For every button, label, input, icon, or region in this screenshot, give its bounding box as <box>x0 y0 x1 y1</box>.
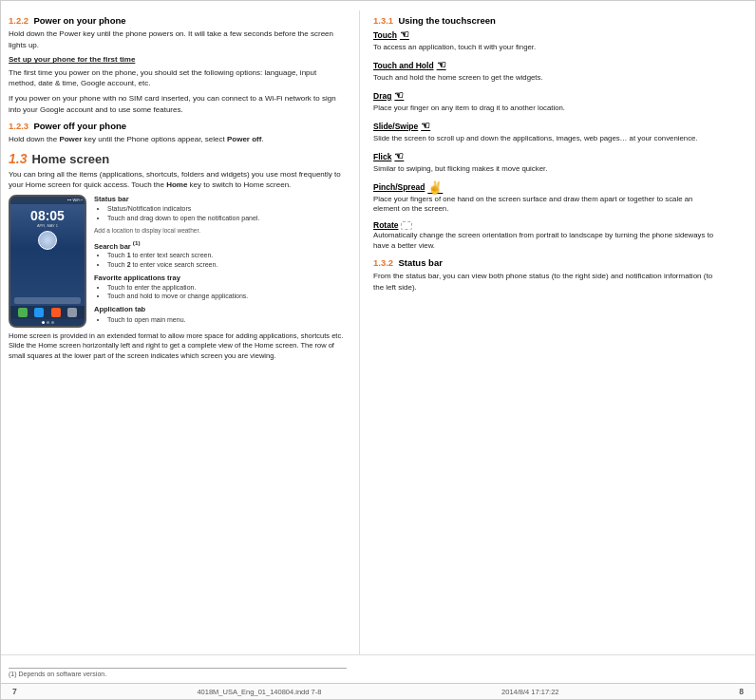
section-122-title: Power on your phone <box>33 15 125 26</box>
touch-text-2: Drag <box>373 91 391 101</box>
footnote: (1) Depends on software version. <box>9 668 347 677</box>
weather-circle <box>38 231 57 250</box>
section-132-heading: 1.3.2 Status bar <box>373 257 721 268</box>
phone-time: 08:05 <box>10 208 85 223</box>
touch-icon-5: ✌ <box>427 180 441 194</box>
callout-weather-text: Add a location to display local weather. <box>94 227 346 235</box>
phone-screen: ▪▪▪ WiFi ▪ 08:05 APR, MAY 1 <box>10 197 85 326</box>
section-131-heading: 1.3.1 Using the touchscreen <box>373 15 721 26</box>
callout-title-2: Search bar (1) <box>94 239 346 252</box>
section-123-heading: 1.2.3 Power off your phone <box>9 121 346 131</box>
touch-text-1: Touch and Hold <box>373 61 434 70</box>
section-13-para1: You can bring all the items (application… <box>9 169 346 191</box>
msg-app-icon <box>34 308 44 317</box>
page-number-left: 7 <box>12 687 17 696</box>
section-13-num: 1.3 <box>9 151 27 166</box>
touch-label-6: Rotate <box>373 220 721 230</box>
touch-desc-3: Slide the screen to scroll up and down t… <box>373 134 721 144</box>
touch-item-3: Slide/Swipe ☜ Slide the screen to scroll… <box>373 120 721 144</box>
touch-text-4: Flick <box>373 152 391 161</box>
phone-weather <box>10 231 85 250</box>
phone-status-bar: ▪▪▪ WiFi ▪ <box>10 197 85 204</box>
touch-icon-0: ☜ <box>400 28 413 42</box>
footer-left: (1) Depends on software version. <box>9 668 360 677</box>
menu-app-icon <box>67 308 77 317</box>
callout-title-3: Favorite applications tray <box>94 274 346 283</box>
section-123-para1: Hold down the Power key until the Phone … <box>9 134 346 145</box>
touch-text-0: Touch <box>373 30 397 40</box>
touch-text-3: Slide/Swipe <box>373 122 418 131</box>
callout-bullet-2-0: Touch 1 to enter text search screen. <box>107 251 346 259</box>
home-screen-area: ▪▪▪ WiFi ▪ 08:05 APR, MAY 1 <box>9 195 346 328</box>
callout-bullets-3: Touch to enter the application. Touch an… <box>94 283 346 301</box>
callout-app-tab: Application tab Touch to open main menu. <box>94 305 346 324</box>
section-123-title: Power off your phone <box>33 121 126 131</box>
touch-label-2: Drag ☜ <box>373 89 721 103</box>
page-number-right: 8 <box>739 687 744 696</box>
page-container: 1.2.2 Power on your phone Hold down the … <box>0 0 756 700</box>
callout-bullets-4: Touch to open main menu. <box>94 315 346 324</box>
callout-bullets-0: Status/Notification indicators Touch and… <box>94 204 346 222</box>
cam-app-icon <box>51 308 61 317</box>
touch-item-6: Rotate Automatically change the screen o… <box>373 220 721 252</box>
section-132-para: From the status bar, you can view both p… <box>373 271 721 293</box>
touch-label-5: Pinch/Spread ✌ <box>373 180 721 194</box>
callout-status-bar: Status bar Status/Notification indicator… <box>94 195 346 222</box>
touch-icon-4: ☜ <box>394 150 407 163</box>
touch-item-2: Drag ☜ Place your finger on any item to … <box>373 89 721 114</box>
touch-desc-4: Similar to swiping, but flicking makes i… <box>373 164 721 175</box>
phone-mockup: ▪▪▪ WiFi ▪ 08:05 APR, MAY 1 <box>9 195 86 328</box>
section-122-para1: Hold down the Power key until the phone … <box>9 28 346 50</box>
section-13: 1.3 Home screen You can bring all the it… <box>9 151 346 191</box>
touch-item-0: Touch ☜ To access an application, touch … <box>373 28 721 53</box>
callout-fav-tray: Favorite applications tray Touch to ente… <box>94 274 346 301</box>
callout-bullet-4-0: Touch to open main menu. <box>107 315 346 324</box>
touch-desc-5: Place your fingers of one hand on the sc… <box>373 195 721 216</box>
touch-label-0: Touch ☜ <box>373 28 721 42</box>
touch-label-3: Slide/Swipe ☜ <box>373 120 721 133</box>
touch-icon-2: ☜ <box>394 89 407 103</box>
touch-desc-0: To access an application, touch it with … <box>373 43 721 53</box>
callout-bullet-2-1: Touch 2 to enter voice search screen. <box>107 260 346 269</box>
phone-app-tray <box>10 306 85 319</box>
section-131-num: 1.3.1 <box>373 15 393 26</box>
section-132-title: Status bar <box>398 257 442 268</box>
right-column: 1.3.1 Using the touchscreen Touch ☜ To a… <box>360 10 721 654</box>
main-content: 1.2.2 Power on your phone Hold down the … <box>1 1 755 654</box>
bottom-bar: 7 4018M_USA_Eng_01_140804.indd 7-8 2014/… <box>1 683 755 699</box>
section-13-title-row: 1.3 Home screen <box>9 151 346 166</box>
section-122-para2: The first time you power on the phone, y… <box>9 67 346 89</box>
section-13-label: Home screen <box>31 152 109 166</box>
touch-icon-3: ☜ <box>421 120 434 133</box>
file-info: 4018M_USA_Eng_01_140804.indd 7-8 <box>197 688 321 696</box>
section-123-num: 1.2.3 <box>9 121 28 131</box>
section-132-num: 1.3.2 <box>373 257 393 268</box>
callout-lines: Status bar Status/Notification indicator… <box>94 195 346 328</box>
touch-text-5: Pinch/Spread <box>373 182 425 192</box>
callout-title-0: Status bar <box>94 195 346 204</box>
date-info: 2014/8/4 17:17:22 <box>501 688 558 696</box>
rotate-icon <box>401 221 412 230</box>
callout-bullet-0-0: Status/Notification indicators <box>107 204 346 213</box>
touch-label-1: Touch and Hold ☜ <box>373 59 721 72</box>
phone-dots-row <box>10 319 85 326</box>
touch-item-4: Flick ☜ Similar to swiping, but flicking… <box>373 150 721 175</box>
callout-bullet-0-1: Touch and drag down to open the notifica… <box>107 214 346 222</box>
callout-weather: Add a location to display local weather. <box>94 227 346 235</box>
phone-app-icon <box>18 308 28 317</box>
section-13-para-bottom: Home screen is provided in an extended f… <box>9 331 346 362</box>
touch-desc-1: Touch and hold the home screen to get th… <box>373 73 721 84</box>
touch-item-1: Touch and Hold ☜ Touch and hold the home… <box>373 59 721 84</box>
touch-label-4: Flick ☜ <box>373 150 721 163</box>
callout-title-4: Application tab <box>94 305 346 314</box>
section-122-num: 1.2.2 <box>9 15 28 26</box>
callout-bullets-2: Touch 1 to enter text search screen. Tou… <box>94 251 346 269</box>
phone-date: APR, MAY 1 <box>10 223 85 228</box>
touch-desc-2: Place your finger on any item to drag it… <box>373 104 721 114</box>
touch-desc-6: Automatically change the screen orientat… <box>373 231 721 252</box>
callout-bullet-3-1: Touch and hold to move or change applica… <box>107 292 346 300</box>
setup-heading: Set up your phone for the first time <box>9 54 346 66</box>
left-column: 1.2.2 Power on your phone Hold down the … <box>9 10 360 654</box>
section-122-heading: 1.2.2 Power on your phone <box>9 15 346 26</box>
touch-item-5: Pinch/Spread ✌ Place your fingers of one… <box>373 180 721 216</box>
